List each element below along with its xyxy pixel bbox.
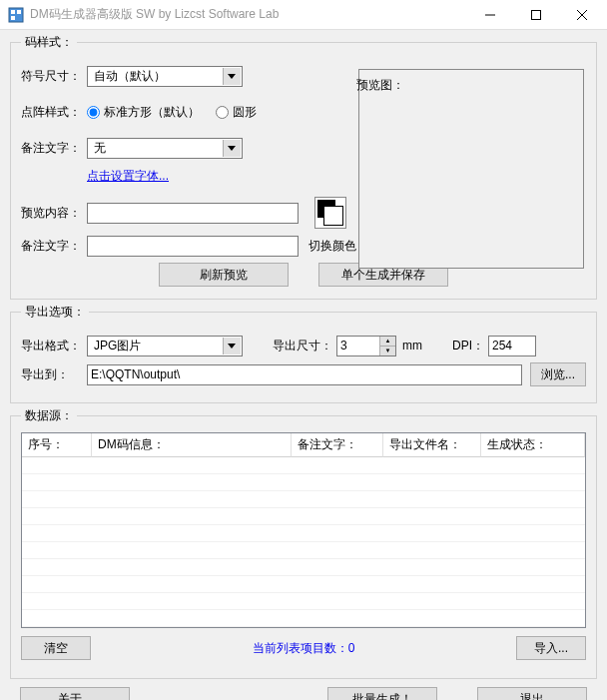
table-body xyxy=(22,457,585,627)
spin-up[interactable]: ▲ xyxy=(380,337,395,347)
note-text2-label: 备注文字： xyxy=(21,238,87,255)
exit-button[interactable]: 退出 xyxy=(477,687,587,700)
size-unit: mm xyxy=(402,339,422,352)
count-label: 当前列表项目数：0 xyxy=(253,641,355,655)
radio-circle-input[interactable] xyxy=(216,106,229,119)
preview-content-label: 预览内容： xyxy=(21,205,87,222)
dpi-input[interactable] xyxy=(488,336,536,356)
import-button[interactable]: 导入... xyxy=(516,636,586,660)
refresh-preview-button[interactable]: 刷新预览 xyxy=(159,263,289,287)
minimize-button[interactable] xyxy=(467,0,513,30)
batch-generate-button[interactable]: 批量生成！ xyxy=(327,687,437,700)
export-dest-label: 导出到： xyxy=(21,366,87,383)
col-seq[interactable]: 序号： xyxy=(22,433,92,457)
export-size-spinner[interactable]: ▲▼ xyxy=(336,336,396,356)
spin-down[interactable]: ▼ xyxy=(380,347,395,355)
radio-circle[interactable]: 圆形 xyxy=(216,104,257,121)
symbol-size-select[interactable]: 自动（默认） xyxy=(87,66,243,87)
radio-square[interactable]: 标准方形（默认） xyxy=(87,104,200,121)
font-link[interactable]: 点击设置字体... xyxy=(87,168,169,185)
svg-rect-1 xyxy=(11,10,15,14)
dpi-label: DPI： xyxy=(452,338,484,354)
note-text-select[interactable]: 无 xyxy=(87,138,243,159)
note-text-label: 备注文字： xyxy=(21,140,87,157)
export-fieldset: 导出选项： 导出格式： JPG图片 导出尺寸： ▲▼ mm DPI： 导出到： … xyxy=(10,304,597,403)
col-filename[interactable]: 导出文件名： xyxy=(383,433,481,457)
export-legend: 导出选项： xyxy=(21,304,89,321)
note-text2-input[interactable] xyxy=(87,236,299,257)
svg-rect-3 xyxy=(11,16,15,20)
window-title: DM码生成器高级版 SW by Lizcst Software Lab xyxy=(30,6,467,23)
swap-color-label: 切换颜色 xyxy=(308,238,356,255)
about-button[interactable]: 关于... xyxy=(20,687,130,700)
clear-button[interactable]: 清空 xyxy=(21,636,91,660)
symbol-size-label: 符号尺寸： xyxy=(21,68,87,85)
col-info[interactable]: DM码信息： xyxy=(92,433,292,457)
export-size-label: 导出尺寸： xyxy=(273,338,332,354)
swap-color-icon[interactable] xyxy=(314,197,346,229)
maximize-button[interactable] xyxy=(513,0,559,30)
browse-button[interactable]: 浏览... xyxy=(530,362,586,386)
col-status[interactable]: 生成状态： xyxy=(481,433,585,457)
radio-square-input[interactable] xyxy=(87,106,100,119)
export-format-select[interactable]: JPG图片 xyxy=(87,336,243,356)
dot-style-label: 点阵样式： xyxy=(21,104,87,121)
table-header: 序号： DM码信息： 备注文字： 导出文件名： 生成状态： xyxy=(22,433,585,457)
app-icon xyxy=(8,7,24,23)
style-fieldset: 码样式： 预览图： 符号尺寸： 自动（默认） 点阵样式： 标准方形（默认） 圆形… xyxy=(10,34,597,300)
svg-rect-5 xyxy=(532,10,541,19)
preview-label: 预览图： xyxy=(356,77,404,94)
data-fieldset: 数据源： 序号： DM码信息： 备注文字： 导出文件名： 生成状态： 清空 当前… xyxy=(10,407,597,679)
preview-box xyxy=(358,69,584,269)
titlebar: DM码生成器高级版 SW by Lizcst Software Lab xyxy=(0,0,607,30)
preview-content-input[interactable] xyxy=(87,203,299,224)
col-note[interactable]: 备注文字： xyxy=(292,433,383,457)
export-dest-input[interactable] xyxy=(87,364,522,385)
data-legend: 数据源： xyxy=(21,407,77,424)
style-legend: 码样式： xyxy=(21,34,77,51)
close-button[interactable] xyxy=(559,0,605,30)
data-table[interactable]: 序号： DM码信息： 备注文字： 导出文件名： 生成状态： xyxy=(21,432,586,628)
export-size-input[interactable] xyxy=(337,337,379,355)
svg-rect-2 xyxy=(17,10,21,14)
export-format-label: 导出格式： xyxy=(21,338,87,354)
